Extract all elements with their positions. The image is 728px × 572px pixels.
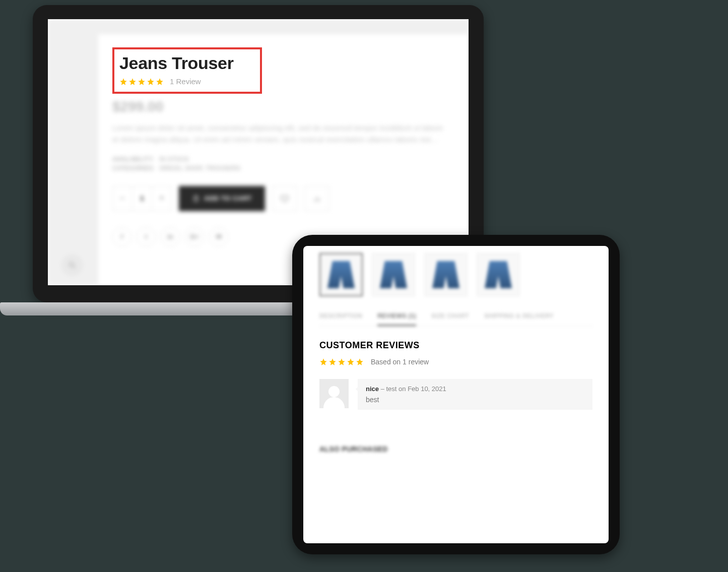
star-icon: [356, 358, 364, 366]
product-price: $299.00: [112, 99, 454, 115]
product-thumbnail[interactable]: [372, 253, 415, 296]
rating-stars: [119, 78, 164, 86]
share-email-button[interactable]: ✉: [209, 227, 228, 246]
review-on: on: [396, 385, 408, 393]
product-title: Jeans Trouser: [119, 53, 234, 73]
categories-label: CATEGORIES:: [112, 165, 155, 172]
star-icon: [328, 358, 337, 366]
thumbnail-sidebar: [48, 34, 98, 285]
review-title: nice: [366, 385, 379, 393]
search-icon: [68, 261, 76, 269]
bar-chart-icon: [312, 194, 321, 203]
tab-reviews[interactable]: REVIEWS (1): [377, 307, 416, 326]
aggregate-rating: Based on 1 review: [319, 358, 592, 366]
reviews-section: CUSTOMER REVIEWS Based on 1 review: [319, 340, 592, 410]
compare-button[interactable]: [304, 186, 329, 211]
review-item: nice – test on Feb 10, 2021 best: [319, 379, 592, 410]
product-thumbnail[interactable]: [319, 253, 363, 296]
jeans-shorts-icon: [432, 261, 459, 288]
review-sep: –: [379, 385, 386, 393]
wishlist-button[interactable]: [272, 186, 297, 211]
tablet-screen: DESCRIPTION REVIEWS (1) SIZE CHART SHIPP…: [303, 246, 609, 543]
share-twitter-button[interactable]: t: [137, 227, 156, 246]
tablet-page: DESCRIPTION REVIEWS (1) SIZE CHART SHIPP…: [303, 246, 609, 460]
star-icon: [338, 358, 346, 366]
star-icon: [156, 78, 164, 86]
svg-point-0: [69, 262, 74, 267]
star-icon: [347, 358, 355, 366]
star-icon: [147, 78, 155, 86]
tablet-bezel: DESCRIPTION REVIEWS (1) SIZE CHART SHIPP…: [292, 235, 620, 554]
tab-size-chart[interactable]: SIZE CHART: [431, 307, 469, 326]
product-thumbnail[interactable]: [424, 253, 468, 296]
review-bubble: nice – test on Feb 10, 2021 best: [358, 379, 592, 410]
also-purchased-heading: ALSO PURCHASED: [319, 445, 592, 453]
avatar: [319, 379, 349, 408]
share-facebook-button[interactable]: f: [112, 227, 131, 246]
add-to-cart-label: ADD TO CART: [204, 195, 252, 202]
actions-row: − + ADD TO CART: [112, 186, 454, 211]
rating-row: 1 Review: [119, 77, 234, 86]
quantity-stepper[interactable]: − +: [112, 186, 172, 211]
qty-input[interactable]: [132, 186, 152, 211]
availability-line: AVAILABILITY: IN STOCK: [112, 156, 454, 163]
categories-line: CATEGORIES: DRESS, SHOP, TROUSERS: [112, 165, 454, 172]
tablet-mock: DESCRIPTION REVIEWS (1) SIZE CHART SHIPP…: [292, 235, 620, 554]
aggregate-text: Based on 1 review: [371, 358, 429, 366]
svg-line-1: [73, 266, 75, 268]
page-topbar: [48, 19, 469, 34]
product-thumbnail[interactable]: [477, 253, 520, 296]
highlight-box: Jeans Trouser 1 Review: [112, 47, 262, 94]
highlight-overlay: Jeans Trouser 1 Review: [112, 47, 262, 94]
share-linkedin-button[interactable]: in: [161, 227, 180, 246]
qty-decrease-button[interactable]: −: [113, 186, 132, 211]
availability-value: IN STOCK: [159, 156, 189, 163]
reviews-heading: CUSTOMER REVIEWS: [319, 340, 592, 351]
add-to-cart-button[interactable]: ADD TO CART: [179, 186, 265, 211]
star-icon: [319, 358, 327, 366]
review-meta: nice – test on Feb 10, 2021: [366, 385, 584, 393]
star-icon: [128, 78, 137, 86]
heart-icon: [280, 194, 289, 203]
jeans-shorts-icon: [327, 261, 355, 288]
tab-description[interactable]: DESCRIPTION: [319, 307, 362, 326]
jeans-shorts-icon: [380, 261, 407, 288]
review-author: test: [386, 385, 396, 393]
star-icon: [138, 78, 146, 86]
availability-label: AVAILABILITY:: [112, 156, 155, 163]
product-description: Lorem ipsum dolor sit amet, consectetur …: [112, 122, 445, 146]
qty-increase-button[interactable]: +: [152, 186, 171, 211]
zoom-button[interactable]: [62, 255, 82, 275]
review-date: Feb 10, 2021: [408, 385, 446, 393]
tab-shipping[interactable]: SHIPPING & DELIVERY: [484, 307, 554, 326]
review-body: best: [366, 396, 584, 404]
aggregate-stars: [319, 358, 364, 366]
share-google-button[interactable]: G+: [185, 227, 204, 246]
reviews-link[interactable]: 1 Review: [170, 77, 201, 86]
star-icon: [119, 78, 127, 86]
product-tabs: DESCRIPTION REVIEWS (1) SIZE CHART SHIPP…: [319, 307, 592, 326]
jeans-shorts-icon: [485, 261, 512, 288]
bag-icon: [192, 195, 200, 203]
product-thumbnails: [319, 253, 592, 296]
categories-value: DRESS, SHOP, TROUSERS: [160, 165, 240, 172]
